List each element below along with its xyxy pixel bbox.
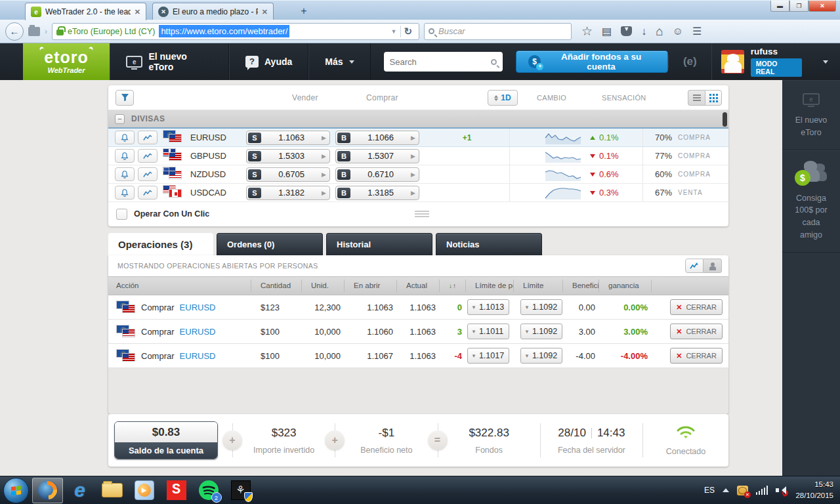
muted-speaker-icon[interactable] (776, 485, 788, 495)
header-en-abrir[interactable]: En abrir (345, 280, 397, 292)
home-icon[interactable]: ⌂ (656, 25, 663, 37)
etoro-logo[interactable]: etoro WebTrader (23, 43, 110, 80)
stop-loss-dropdown[interactable]: ▼1.1013 (467, 299, 509, 315)
chart-button[interactable] (138, 131, 158, 144)
alert-button[interactable] (115, 149, 135, 163)
restore-button[interactable]: ❐ (789, 1, 808, 12)
alert-button[interactable] (115, 186, 135, 200)
buy-button[interactable]: B1.3185▶ (335, 186, 419, 200)
security-label[interactable]: eToro (Europe) Ltd (CY) (68, 27, 155, 36)
reload-icon[interactable]: ↻ (400, 26, 415, 37)
grid-view-button[interactable] (705, 90, 722, 106)
language-indicator[interactable]: ES (704, 486, 715, 495)
show-hidden-icons[interactable] (723, 485, 729, 492)
new-tab-button[interactable]: + (295, 5, 312, 18)
nav-more[interactable]: Más (308, 43, 370, 80)
sell-button[interactable]: S1.5303▶ (246, 149, 330, 163)
balance-button[interactable]: $0.83 Saldo de la cuenta (114, 421, 218, 459)
browser-search[interactable] (424, 23, 572, 40)
taskbar-clock[interactable]: 15:43 28/10/2015 (795, 479, 833, 501)
people-view-button[interactable] (704, 259, 722, 273)
downloads-icon[interactable]: ↓ (641, 26, 646, 37)
back-button[interactable]: ← (5, 22, 24, 41)
nav-help[interactable]: ? Ayuda (229, 43, 308, 80)
alert-button[interactable] (115, 131, 135, 144)
position-row[interactable]: Comprar EURUSD $100 10,000 1.1067 1.1063… (108, 344, 728, 368)
header-limite-perdidas[interactable]: Límite de pér (466, 280, 514, 292)
header-cantidad[interactable]: Cantidad (251, 280, 302, 292)
signal-bars-icon[interactable] (756, 486, 768, 495)
symbol[interactable]: EURUSD (190, 133, 246, 142)
buy-button[interactable]: B1.1066▶ (335, 131, 419, 145)
bookmarks-menu-icon[interactable]: ▤ (602, 26, 612, 37)
symbol[interactable]: USDCAD (190, 188, 246, 198)
pocket-icon[interactable]: ▼ (621, 26, 632, 36)
taskbar-internet-explorer[interactable]: e (64, 478, 95, 503)
add-funds-button[interactable]: $ Añadir fondos a su cuenta (516, 51, 668, 73)
drag-handle-icon[interactable] (415, 211, 429, 212)
close-trade-button[interactable]: ✕CERRAR (670, 348, 723, 364)
one-click-checkbox[interactable] (116, 209, 127, 220)
close-trade-button[interactable]: ✕CERRAR (670, 299, 723, 315)
browser-search-input[interactable] (438, 26, 567, 36)
take-profit-dropdown[interactable]: ▼1.1092 (520, 324, 562, 339)
instrument-row-eurusd[interactable]: EURUSD S1.1063▶ B1.1066▶ +1 0.1% 70% COM… (108, 129, 728, 147)
tab-historial[interactable]: Historial (326, 233, 432, 255)
take-profit-dropdown[interactable]: ▼1.1092 (520, 299, 562, 315)
taskbar-spotify[interactable]: 2 (193, 478, 224, 503)
header-ganancia[interactable]: ganancia (599, 280, 652, 292)
collapse-icon[interactable]: − (115, 114, 125, 124)
symbol[interactable]: NZDUSD (190, 169, 246, 179)
scrollbar-thumb[interactable] (723, 112, 727, 127)
menu-icon[interactable]: ☰ (692, 26, 702, 37)
tab-close-icon[interactable]: ✕ (262, 8, 268, 16)
tab-operaciones[interactable]: Operaciones (3) (108, 233, 213, 255)
platform-search-input[interactable] (390, 57, 491, 67)
sidebar-new-etoro[interactable]: e El nuevo eToro (782, 80, 840, 150)
taskbar-admin-app[interactable]: ⚘ (225, 478, 256, 503)
start-button[interactable] (3, 478, 29, 503)
browser-tab-webtrader[interactable]: e WebTrader 2.0 - the leadin... ✕ (25, 3, 146, 20)
period-selector[interactable]: 1D (488, 90, 518, 106)
filter-button[interactable] (116, 90, 134, 106)
position-row[interactable]: Comprar EURUSD $123 12,300 1.1063 1.1063… (108, 295, 728, 320)
tab-noticias[interactable]: Noticias (436, 233, 542, 255)
chart-button[interactable] (138, 149, 158, 163)
browser-tab-news[interactable]: ✕ El euro a medio plazo - Pá... ✕ (152, 3, 274, 20)
header-unid[interactable]: Unid. (302, 280, 345, 292)
pips-sort-icon[interactable]: ↓↑ (440, 280, 466, 292)
position-row[interactable]: Comprar EURUSD $100 10,000 1.1060 1.1063… (108, 320, 728, 344)
chart-button[interactable] (138, 167, 158, 181)
sell-button[interactable]: S0.6705▶ (246, 167, 330, 182)
taskbar-firefox[interactable] (32, 478, 63, 503)
url-text[interactable]: https://www.etoro.com/webtrader/ (159, 25, 289, 37)
tab-ordenes[interactable]: Ordenes (0) (217, 233, 323, 255)
header-limite[interactable]: Límite (514, 280, 563, 292)
chat-icon[interactable]: ☺ (673, 26, 683, 37)
instrument-row-nzdusd[interactable]: NZDUSD S0.6705▶ B0.6710▶ 0.6% 60% COMPRA (108, 165, 728, 184)
stop-loss-dropdown[interactable]: ▼1.1011 (467, 324, 509, 339)
sidebar-referral[interactable]: $ Consiga 100$ por cada amigo (782, 150, 840, 253)
sell-button[interactable]: S1.3182▶ (246, 186, 330, 200)
taskbar-file-explorer[interactable] (96, 478, 127, 503)
chart-view-button[interactable] (685, 259, 704, 273)
list-view-button[interactable] (688, 90, 705, 106)
platform-search[interactable] (384, 52, 503, 72)
url-bar[interactable]: eToro (Europe) Ltd (CY) https://www.etor… (52, 23, 419, 40)
stop-loss-dropdown[interactable]: ▼1.1017 (467, 348, 509, 364)
buy-button[interactable]: B1.5307▶ (335, 149, 419, 163)
close-button[interactable]: ✕ (808, 1, 836, 12)
url-dropdown-icon[interactable]: ▼ (391, 28, 397, 35)
take-profit-dropdown[interactable]: ▼1.1092 (520, 348, 562, 364)
tab-close-icon[interactable]: ✕ (135, 8, 140, 16)
header-accion[interactable]: Acción (108, 280, 251, 292)
tab-groups-icon[interactable] (28, 27, 40, 36)
taskbar-s-app[interactable]: S (161, 478, 192, 503)
bookmark-star-icon[interactable]: ☆ (581, 25, 593, 37)
symbol-link[interactable]: EURUSD (180, 351, 216, 361)
network-disconnected-icon[interactable] (737, 486, 748, 495)
header-beneficio[interactable]: Beneficio (563, 280, 599, 292)
buy-button[interactable]: B0.6710▶ (335, 167, 419, 182)
nav-new-etoro[interactable]: e El nuevo eToro (110, 43, 229, 80)
user-menu[interactable]: rufuss MODO REAL (711, 43, 811, 80)
